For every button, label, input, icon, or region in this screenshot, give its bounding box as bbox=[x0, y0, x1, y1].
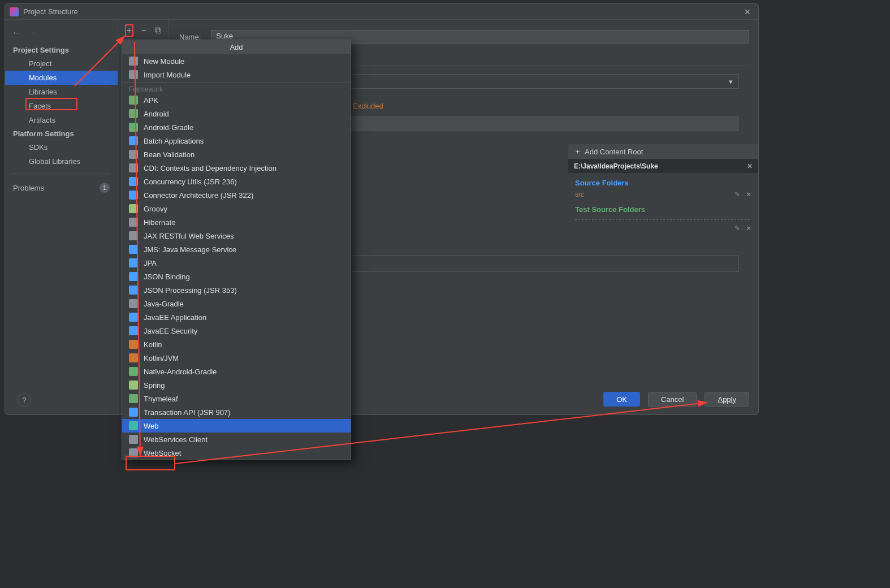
copy-module-button[interactable]: ⧉ bbox=[154, 24, 162, 37]
popup-item-javaee-security[interactable]: JavaEE Security bbox=[122, 324, 351, 338]
popup-item-jpa[interactable]: JPA bbox=[122, 256, 351, 270]
framework-icon bbox=[129, 272, 138, 281]
remove-module-button[interactable]: − bbox=[140, 24, 148, 37]
project-structure-dialog: Project Structure ✕ ← → Project Settings… bbox=[5, 3, 759, 415]
popup-item-spring[interactable]: Spring bbox=[122, 378, 351, 392]
framework-icon bbox=[129, 421, 138, 430]
framework-icon bbox=[129, 245, 138, 254]
edit-icon[interactable]: ✎ bbox=[735, 191, 740, 198]
popup-item-webservices-client[interactable]: WebServices Client bbox=[122, 433, 351, 446]
popup-item-bean-validation[interactable]: Bean Validation bbox=[122, 148, 351, 161]
framework-icon bbox=[129, 218, 138, 227]
popup-item-concurrency-utils-jsr-236-[interactable]: Concurrency Utils (JSR 236) bbox=[122, 175, 351, 188]
popup-item-javaee-application[interactable]: JavaEE Application bbox=[122, 310, 351, 324]
dialog-body: ← → Project Settings Project Modules Lib… bbox=[5, 20, 758, 414]
sidebar-item-modules[interactable]: Modules bbox=[5, 71, 118, 85]
framework-icon bbox=[129, 326, 138, 335]
dialog-title: Project Structure bbox=[23, 7, 741, 16]
popup-item-json-processing-jsr-353-[interactable]: JSON Processing (JSR 353) bbox=[122, 283, 351, 297]
cancel-button[interactable]: Cancel bbox=[648, 392, 697, 407]
popup-item-kotlin-jvm[interactable]: Kotlin/JVM bbox=[122, 351, 351, 365]
annotation-box-web bbox=[126, 456, 175, 470]
popup-item-groovy[interactable]: Groovy bbox=[122, 202, 351, 215]
edit-icon[interactable]: ✎ bbox=[735, 224, 740, 232]
framework-icon bbox=[129, 340, 138, 349]
module-icon bbox=[129, 57, 138, 66]
problems-count-badge: 1 bbox=[100, 183, 110, 193]
add-content-root-button[interactable]: ＋ Add Content Root bbox=[568, 144, 758, 159]
add-framework-popup: Add New Module Import Module Framework A… bbox=[122, 40, 351, 460]
popup-item-hibernate[interactable]: Hibernate bbox=[122, 215, 351, 229]
popup-item-java-gradle[interactable]: Java-Gradle bbox=[122, 297, 351, 310]
sidebar-item-global-libraries[interactable]: Global Libraries bbox=[5, 154, 118, 168]
section-project-settings: Project Settings bbox=[5, 44, 118, 57]
framework-icon bbox=[129, 367, 138, 376]
popup-item-native-android-gradle[interactable]: Native-Android-Gradle bbox=[122, 365, 351, 378]
nav-back-icon[interactable]: ← bbox=[12, 28, 21, 38]
framework-icon bbox=[129, 231, 138, 240]
framework-icon bbox=[129, 136, 138, 145]
popup-item-cdi-contexts-and-dependency-injection[interactable]: CDI: Contexts and Dependency Injection bbox=[122, 161, 351, 175]
popup-item-apk[interactable]: APK bbox=[122, 93, 351, 107]
ok-button[interactable]: OK bbox=[603, 392, 640, 407]
test-source-folders-label: Test Source Folders bbox=[568, 200, 758, 216]
framework-icon bbox=[129, 204, 138, 213]
popup-item-thymeleaf[interactable]: Thymeleaf bbox=[122, 392, 351, 405]
annotation-box-modules bbox=[25, 98, 77, 110]
content-root-entry[interactable]: E:\Java\IdeaProjects\Suke ✕ bbox=[568, 159, 758, 173]
sidebar-item-artifacts[interactable]: Artifacts bbox=[5, 113, 118, 127]
popup-item-connector-architecture-jsr-322-[interactable]: Connector Architecture (JSR 322) bbox=[122, 188, 351, 202]
popup-item-transaction-api-jsr-907-[interactable]: Transaction API (JSR 907) bbox=[122, 405, 351, 419]
framework-icon bbox=[129, 299, 138, 308]
popup-item-jax-restful-web-services[interactable]: JAX RESTful Web Services bbox=[122, 229, 351, 243]
sidebar-item-libraries[interactable]: Libraries bbox=[5, 85, 118, 99]
sidebar-item-problems[interactable]: Problems 1 bbox=[5, 178, 118, 197]
sidebar-item-sdks[interactable]: SDKs bbox=[5, 140, 118, 154]
remove-icon[interactable]: ✕ bbox=[746, 224, 751, 232]
content-root-path-text: E:\Java\IdeaProjects\Suke bbox=[574, 162, 658, 170]
sidebar-item-project[interactable]: Project bbox=[5, 57, 118, 71]
popup-item-web[interactable]: Web bbox=[122, 419, 351, 433]
close-icon[interactable]: ✕ bbox=[741, 7, 754, 16]
mark-excluded[interactable]: Excluded bbox=[353, 102, 383, 110]
popup-item-android-gradle[interactable]: Android-Gradle bbox=[122, 120, 351, 134]
intellij-icon bbox=[10, 7, 19, 16]
test-folder-row: ✎✕ bbox=[568, 223, 758, 234]
framework-icon bbox=[129, 191, 138, 200]
popup-item-import-module[interactable]: Import Module bbox=[122, 68, 351, 81]
content-roots-panel: ＋ Add Content Root E:\Java\IdeaProjects\… bbox=[568, 144, 758, 234]
framework-icon bbox=[129, 150, 138, 159]
framework-icon bbox=[129, 286, 138, 295]
popup-group-framework: Framework bbox=[122, 84, 351, 93]
framework-icon bbox=[129, 394, 138, 403]
framework-icon bbox=[129, 177, 138, 186]
popup-item-kotlin[interactable]: Kotlin bbox=[122, 338, 351, 351]
remove-icon[interactable]: ✕ bbox=[746, 191, 751, 198]
popup-item-android[interactable]: Android bbox=[122, 107, 351, 120]
framework-icon bbox=[129, 96, 138, 105]
framework-icon bbox=[129, 163, 138, 172]
popup-item-new-module[interactable]: New Module bbox=[122, 54, 351, 68]
framework-icon bbox=[129, 408, 138, 417]
popup-separator bbox=[122, 83, 351, 83]
popup-header: Add bbox=[122, 40, 351, 54]
framework-icon bbox=[129, 353, 138, 362]
apply-button[interactable]: Apply bbox=[705, 392, 749, 407]
drop-target-line bbox=[575, 219, 751, 220]
popup-item-batch-applications[interactable]: Batch Applications bbox=[122, 134, 351, 148]
framework-icon bbox=[129, 381, 138, 390]
framework-icon bbox=[129, 123, 138, 132]
plus-icon: ＋ bbox=[574, 146, 581, 157]
import-icon bbox=[129, 70, 138, 79]
source-folder-item[interactable]: src ✎✕ bbox=[568, 189, 758, 200]
section-platform-settings: Platform Settings bbox=[5, 127, 118, 140]
nav-forward-icon[interactable]: → bbox=[28, 28, 37, 38]
framework-icon bbox=[129, 435, 138, 444]
add-module-button[interactable]: + bbox=[125, 24, 133, 37]
problems-label: Problems bbox=[13, 184, 44, 192]
popup-item-jms-java-message-service[interactable]: JMS: Java Message Service bbox=[122, 243, 351, 256]
help-button[interactable]: ? bbox=[18, 393, 31, 407]
popup-item-json-binding[interactable]: JSON Binding bbox=[122, 270, 351, 283]
remove-root-icon[interactable]: ✕ bbox=[747, 162, 753, 170]
framework-icon bbox=[129, 109, 138, 118]
